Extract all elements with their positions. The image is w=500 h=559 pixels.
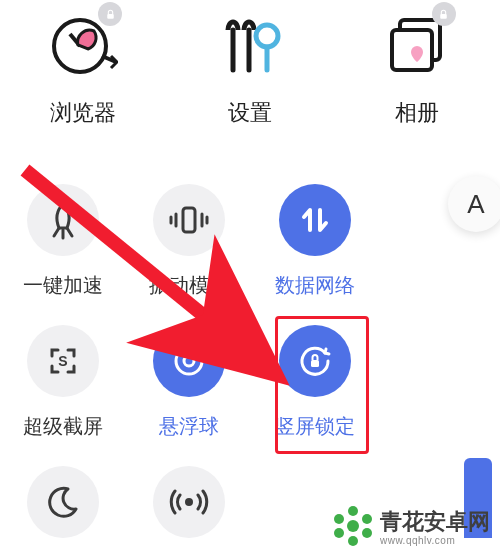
app-gallery[interactable]: 相册: [342, 10, 492, 128]
svg-rect-2: [107, 13, 114, 18]
browser-icon: [48, 10, 118, 80]
assistive-button[interactable]: A: [448, 176, 500, 232]
svg-rect-10: [183, 208, 195, 232]
svg-point-22: [348, 506, 358, 516]
qs-vibrate-label: 振动模式: [126, 272, 252, 299]
svg-point-16: [176, 348, 202, 374]
hotspot-icon: [153, 466, 225, 538]
lock-icon: [98, 2, 122, 26]
app-browser-label: 浏览器: [8, 98, 158, 128]
svg-point-19: [185, 498, 193, 506]
qs-row-2: S 超级截屏 悬浮球: [0, 311, 500, 440]
svg-rect-9: [440, 13, 447, 18]
svg-point-17: [184, 356, 194, 366]
quick-settings: 一键加速 振动模式: [0, 170, 500, 554]
svg-point-21: [347, 520, 359, 532]
qs-vibrate[interactable]: 振动模式: [126, 170, 252, 299]
lock-icon: [432, 2, 456, 26]
qs-floatball-label: 悬浮球: [126, 413, 252, 440]
svg-point-23: [348, 536, 358, 546]
svg-point-26: [334, 528, 344, 538]
vibrate-icon: [153, 184, 225, 256]
qs-boost-label: 一键加速: [0, 272, 126, 299]
settings-icon: [215, 10, 285, 80]
apps-row: 浏览器 设置: [0, 10, 500, 128]
watermark-logo-icon: [332, 505, 374, 547]
qs-data[interactable]: 数据网络: [252, 170, 378, 299]
rotation-lock-icon: [279, 325, 351, 397]
svg-point-24: [334, 514, 344, 524]
app-gallery-label: 相册: [342, 98, 492, 128]
qs-boost[interactable]: 一键加速: [0, 170, 126, 299]
watermark-title: 青花安卓网: [380, 507, 490, 537]
moon-icon: [27, 466, 99, 538]
qs-floatball[interactable]: 悬浮球: [126, 311, 252, 440]
qs-rotation-lock-label: 竖屏锁定: [252, 413, 378, 440]
app-browser[interactable]: 浏览器: [8, 10, 158, 128]
qs-night-mode[interactable]: [0, 452, 126, 554]
gallery-icon: [382, 10, 452, 80]
assistive-button-label: A: [467, 189, 484, 220]
svg-point-27: [362, 528, 372, 538]
qs-screenshot-label: 超级截屏: [0, 413, 126, 440]
svg-point-5: [256, 25, 278, 47]
watermark: 青花安卓网 www.qqhlv.com: [332, 505, 490, 547]
app-settings-label: 设置: [175, 98, 325, 128]
qs-screenshot[interactable]: S 超级截屏: [0, 311, 126, 440]
qs-hotspot[interactable]: [126, 452, 252, 554]
svg-text:S: S: [58, 353, 67, 369]
watermark-text: 青花安卓网 www.qqhlv.com: [380, 507, 490, 546]
page-root: 浏览器 设置: [0, 0, 500, 559]
floatball-icon: [153, 325, 225, 397]
qs-rotation-lock[interactable]: 竖屏锁定: [252, 311, 378, 440]
svg-rect-18: [311, 360, 319, 367]
data-icon: [279, 184, 351, 256]
qs-row-1: 一键加速 振动模式: [0, 170, 500, 299]
app-settings[interactable]: 设置: [175, 10, 325, 128]
svg-point-25: [362, 514, 372, 524]
qs-data-label: 数据网络: [252, 272, 378, 299]
rocket-icon: [27, 184, 99, 256]
screenshot-icon: S: [27, 325, 99, 397]
